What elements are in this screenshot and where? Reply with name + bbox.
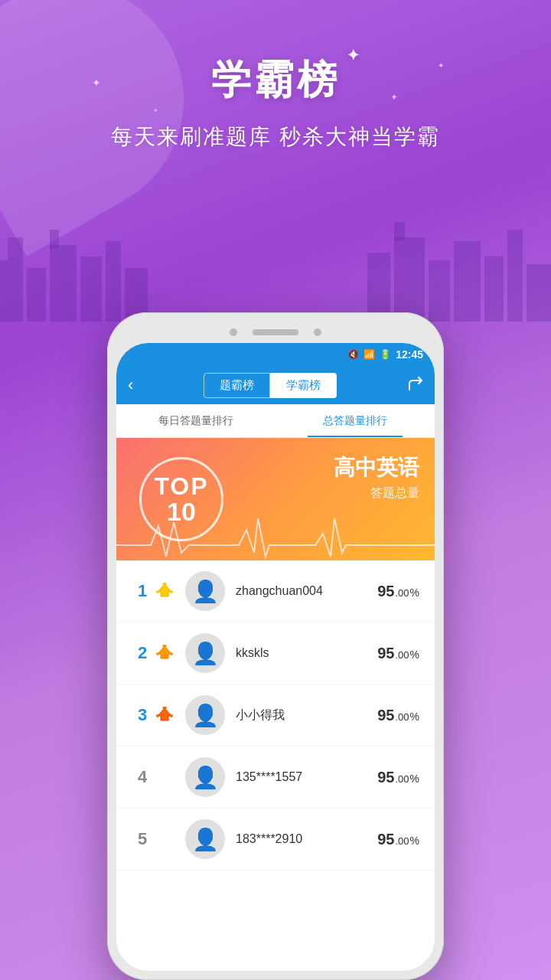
score-decimal-5: .00 xyxy=(395,835,409,847)
share-icon xyxy=(406,375,423,392)
no-crown-5 xyxy=(155,831,174,848)
back-button[interactable]: ‹ xyxy=(128,375,133,395)
score-unit-2: % xyxy=(410,648,419,661)
score-4: 95 .00 % xyxy=(377,769,419,786)
phone-outer: 🔇 📶 🔋 12:45 ‹ 题霸榜 学霸榜 xyxy=(107,312,444,980)
svg-rect-12 xyxy=(454,241,481,322)
svg-rect-1 xyxy=(8,237,23,260)
header-area: 学霸榜 每天来刷准题库 秒杀大神当学霸 xyxy=(0,0,551,152)
phone-camera-2 xyxy=(314,328,321,336)
rank-number-3: 3 xyxy=(132,705,153,725)
score-1: 95 .00 % xyxy=(377,583,419,600)
svg-rect-3 xyxy=(50,245,77,322)
username-3: 小小得我 xyxy=(236,707,377,724)
svg-point-19 xyxy=(170,590,173,593)
svg-rect-6 xyxy=(106,241,121,322)
score-unit-4: % xyxy=(410,773,419,785)
user-icon-4: 👤 xyxy=(192,765,219,790)
banner-subject: 高中英语 xyxy=(334,453,419,482)
phone-top-bar xyxy=(116,322,435,343)
rank-number-1: 1 xyxy=(132,581,153,601)
sub-tab-daily[interactable]: 每日答题量排行 xyxy=(116,404,276,437)
svg-rect-15 xyxy=(527,264,551,322)
svg-rect-14 xyxy=(507,230,523,322)
score-main-2: 95 xyxy=(377,645,394,662)
leaderboard: 1 👤 xyxy=(116,560,435,871)
rank-number-4: 4 xyxy=(132,767,153,787)
heartbeat-wave xyxy=(116,514,435,560)
score-main-1: 95 xyxy=(377,583,394,600)
username-1: zhangchuan004 xyxy=(236,584,377,598)
score-5: 95 .00 % xyxy=(377,831,419,848)
svg-rect-10 xyxy=(394,222,405,240)
user-icon-1: 👤 xyxy=(192,579,219,604)
banner-info: 高中英语 答题总量 xyxy=(334,453,419,501)
tab-xueba[interactable]: 学霸榜 xyxy=(270,373,337,398)
score-decimal-2: .00 xyxy=(395,649,409,661)
rank-number-5: 5 xyxy=(132,829,153,849)
svg-point-27 xyxy=(170,714,173,717)
phone-speaker xyxy=(253,329,298,335)
banner: TOP 10 高中英语 答题总量 xyxy=(116,438,435,560)
svg-rect-13 xyxy=(484,256,504,322)
svg-rect-5 xyxy=(80,256,102,322)
city-silhouette xyxy=(0,199,551,322)
username-4: 135****1557 xyxy=(236,770,377,784)
rank-number-2: 2 xyxy=(132,643,153,663)
score-2: 95 .00 % xyxy=(377,645,419,662)
user-icon-3: 👤 xyxy=(192,703,219,728)
svg-point-26 xyxy=(156,714,159,717)
rank-item-2: 2 👤 kkskls xyxy=(116,622,435,684)
score-main-4: 95 xyxy=(377,769,394,786)
avatar-3: 👤 xyxy=(185,695,225,735)
score-main-5: 95 xyxy=(377,831,394,848)
svg-point-23 xyxy=(170,652,173,655)
signal-icon: 📶 xyxy=(364,349,375,360)
svg-rect-9 xyxy=(394,237,425,322)
battery-icon: 🔋 xyxy=(380,349,391,360)
score-decimal-4: .00 xyxy=(395,773,409,785)
app-screen: 🔇 📶 🔋 12:45 ‹ 题霸榜 学霸榜 xyxy=(116,343,435,971)
svg-rect-2 xyxy=(27,268,46,322)
phone-mockup: 🔇 📶 🔋 12:45 ‹ 题霸榜 学霸榜 xyxy=(107,312,444,980)
username-5: 183****2910 xyxy=(236,832,377,846)
phone-camera xyxy=(230,328,237,336)
score-unit-5: % xyxy=(410,835,419,847)
crown-icon-3 xyxy=(155,707,174,724)
score-decimal-1: .00 xyxy=(395,587,409,599)
sub-tabs: 每日答题量排行 总答题量排行 xyxy=(116,404,435,438)
avatar-2: 👤 xyxy=(185,633,225,673)
crown-icon-2 xyxy=(155,645,174,662)
rank-item-1: 1 👤 xyxy=(116,560,435,622)
mute-icon: 🔇 xyxy=(347,349,359,360)
svg-rect-8 xyxy=(367,253,390,322)
avatar-5: 👤 xyxy=(185,819,225,859)
score-main-3: 95 xyxy=(377,707,394,724)
score-unit-1: % xyxy=(410,586,419,599)
rank-item-4: 4 👤 135****1557 95 .00 % xyxy=(116,746,435,808)
tab-tiba[interactable]: 题霸榜 xyxy=(204,373,270,398)
share-button[interactable] xyxy=(406,375,423,396)
svg-rect-4 xyxy=(50,230,59,249)
svg-point-22 xyxy=(156,652,159,655)
avatar-1: 👤 xyxy=(185,571,225,611)
sub-tab-total[interactable]: 总答题量排行 xyxy=(276,404,435,437)
avatar-4: 👤 xyxy=(185,757,225,797)
user-icon-5: 👤 xyxy=(192,827,219,852)
phone-screen: 🔇 📶 🔋 12:45 ‹ 题霸榜 学霸榜 xyxy=(116,343,435,971)
status-bar: 🔇 📶 🔋 12:45 xyxy=(116,343,435,366)
nav-bar: ‹ 题霸榜 学霸榜 xyxy=(116,366,435,404)
nav-tabs: 题霸榜 学霸榜 xyxy=(141,373,399,398)
banner-subject-label: 答题总量 xyxy=(334,485,419,501)
svg-point-18 xyxy=(156,590,159,593)
score-3: 95 .00 % xyxy=(377,707,419,724)
main-title: 学霸榜 xyxy=(211,54,340,107)
status-time: 12:45 xyxy=(396,348,423,361)
svg-rect-0 xyxy=(0,260,23,322)
no-crown-4 xyxy=(155,769,174,786)
score-unit-3: % xyxy=(410,710,419,723)
crown-icon-1 xyxy=(155,583,174,599)
subtitle: 每天来刷准题库 秒杀大神当学霸 xyxy=(0,122,551,152)
username-2: kkskls xyxy=(236,646,377,660)
top-label: TOP xyxy=(154,474,208,498)
